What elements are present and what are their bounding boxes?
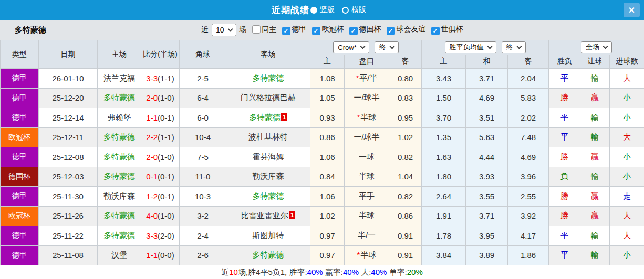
col-header-type: 类型 [1, 40, 39, 69]
euro-draw-odds: 5.63 [466, 127, 508, 147]
handicap-text: 平/半 [359, 73, 377, 82]
result-goals: 大 [610, 206, 644, 226]
score: 3-3(2-0) [141, 226, 180, 246]
fulltime-score: 2-0 [146, 93, 158, 102]
filter-checkbox[interactable]: ✓ [349, 27, 358, 35]
filter-checkbox[interactable]: ✓ [431, 27, 440, 35]
filter-checkbox[interactable]: ✓ [312, 27, 320, 35]
result-goals: 走 [610, 187, 644, 207]
handicap-text: 半球 [360, 113, 376, 122]
recent-count-select[interactable]: 10 [212, 24, 236, 36]
home-team: 多特蒙德 [98, 226, 141, 246]
asia-home-odds: 0.93 [310, 108, 345, 128]
asia-away-odds: 0.86 [389, 206, 422, 226]
table-row: 德甲25-12-08多特蒙德2-0(1-0)7-5霍芬海姆1.06一球0.821… [1, 147, 644, 167]
asia-odds-selectors: Crow* 终 [310, 40, 422, 55]
fulltime-score: 1-2 [146, 192, 158, 201]
asia-home-odds: 0.86 [310, 127, 345, 147]
away-team: 比雷亚雷亚尔1 [226, 206, 310, 226]
score: 4-0(1-0) [141, 206, 180, 226]
league-badge: 德国杯 [1, 167, 39, 187]
euro-home-odds: 3.43 [422, 69, 466, 89]
corner-score: 2-6 [180, 245, 226, 265]
filter-checkbox-label[interactable]: 球会友谊 [397, 25, 426, 33]
halftime-score: (0-0) [158, 251, 174, 260]
result-goals: 大 [610, 69, 644, 89]
filter-checkbox-label[interactable]: 世俱杯 [441, 25, 463, 33]
euro-draw-odds: 3.95 [466, 226, 508, 246]
title-bar: 近期战绩 竖版横版 ✕ [0, 0, 644, 20]
league-badge: 德甲 [1, 226, 39, 246]
match-date: 25-11-22 [39, 226, 98, 246]
col-header-euro-draw: 和 [466, 55, 508, 69]
euro-draw-odds: 3.51 [466, 108, 508, 128]
euro-odds-select[interactable]: 胜平负均值 [445, 41, 496, 53]
handicap-text: 半球 [360, 250, 376, 259]
euro-home-odds: 1.63 [422, 147, 466, 167]
fulltime-score: 3-3 [146, 74, 158, 83]
result-handicap: 輸 [580, 226, 610, 246]
corner-score: 2-4 [180, 226, 226, 246]
asia-away-odds: 0.95 [389, 108, 422, 128]
filter-checkbox-label[interactable]: 欧冠杯 [322, 25, 344, 33]
table-row: 德甲25-12-20多特蒙德2-0(1-0)6-4门兴格拉德巴赫1.05一/球半… [1, 88, 644, 108]
layout-radio[interactable] [310, 7, 317, 14]
euro-home-odds: 3.84 [422, 245, 466, 265]
col-header-wdl: 胜负 [549, 55, 580, 69]
layout-radio[interactable] [342, 7, 349, 14]
bookmaker-time-select[interactable]: 终 [375, 41, 399, 53]
filter-checkbox[interactable]: ✓ [282, 27, 290, 35]
handicap-text: 一/球半 [354, 93, 379, 102]
filter-checkbox[interactable]: ✓ [387, 27, 395, 35]
filter-checkbox-label[interactable]: 德国杯 [359, 25, 381, 33]
result-goals: 小 [610, 108, 644, 128]
result-handicap: 贏 [580, 206, 610, 226]
result-handicap: 贏 [580, 88, 610, 108]
chevron-down-icon [360, 44, 365, 49]
euro-away-odds: 5.83 [508, 88, 549, 108]
same-home-filter: 同主 [247, 25, 277, 35]
scope-select[interactable]: 全场 [581, 41, 612, 53]
table-row: 德甲25-11-30勒沃库森1-2(0-1)10-3多特蒙德1.06平手0.82… [1, 187, 644, 207]
asia-handicap: *平/半 [345, 69, 389, 89]
layout-radio-label[interactable]: 横版 [351, 5, 366, 15]
fulltime-score: 4-0 [146, 211, 158, 220]
summary-segment: 40% [343, 267, 359, 276]
scope-selector: 全场 [549, 40, 644, 55]
bookmaker-select[interactable]: Crow* [333, 41, 369, 53]
recent-suffix-label: 场 [240, 25, 247, 35]
filter-checkbox-label[interactable]: 同主 [262, 25, 277, 34]
match-date: 25-12-20 [39, 88, 98, 108]
match-date: 26-01-10 [39, 69, 98, 89]
filter-checkbox-label[interactable]: 德甲 [292, 25, 307, 33]
col-header-goals: 进球数 [610, 55, 644, 69]
league-badge: 德甲 [1, 147, 39, 167]
filter-checkbox[interactable] [252, 25, 261, 34]
away-team: 多特蒙德 [226, 245, 310, 265]
close-button[interactable]: ✕ [624, 3, 640, 17]
euro-draw-odds: 3.71 [466, 206, 508, 226]
handicap-text: 平手 [359, 191, 375, 200]
summary-segment: 大: [359, 267, 371, 276]
filter-bar: 多特蒙德 近 10 场 同主 ✓德甲✓欧冠杯✓德国杯✓球会友谊✓世俱杯 [0, 20, 644, 40]
asia-home-odds: 1.02 [310, 206, 345, 226]
table-row: 德甲25-11-22多特蒙德3-3(2-0)2-4斯图加特0.97半/一0.91… [1, 226, 644, 246]
chevron-down-icon [516, 44, 522, 49]
halftime-score: (1-0) [158, 153, 174, 162]
euro-draw-odds: 3.89 [466, 245, 508, 265]
result-goals: 小 [610, 245, 644, 265]
corner-score: 3-2 [180, 206, 226, 226]
score: 1-1(0-0) [141, 245, 180, 265]
star-marker: * [357, 250, 360, 259]
score: 2-0(1-0) [141, 88, 180, 108]
asia-away-odds: 0.82 [389, 187, 422, 207]
euro-away-odds: 2.55 [508, 187, 549, 207]
results-table: 类型 日期 主场 比分(半场) 角球 客场 Crow* 终 [0, 40, 644, 265]
corner-score: 6-4 [180, 88, 226, 108]
window-title: 近期战绩 [272, 4, 309, 16]
euro-draw-odds: 3.55 [466, 187, 508, 207]
result-goals: 小 [610, 147, 644, 167]
euro-time-select[interactable]: 终 [502, 41, 526, 53]
layout-radio-label[interactable]: 竖版 [320, 5, 335, 15]
euro-away-odds: 3.92 [508, 206, 549, 226]
